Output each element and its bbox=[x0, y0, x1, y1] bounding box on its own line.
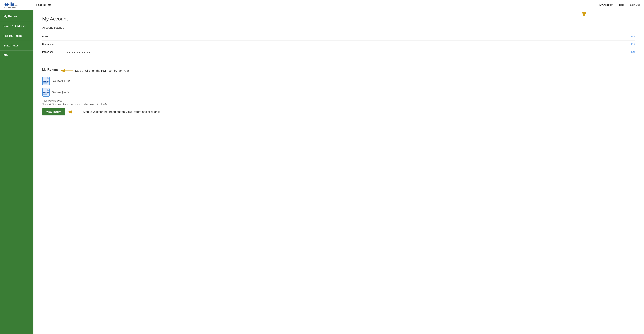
pdf-icon-1[interactable]: PDF bbox=[42, 77, 50, 85]
email-edit-link[interactable]: Edit bbox=[631, 35, 635, 38]
username-label: Username bbox=[42, 43, 66, 46]
svg-rect-14 bbox=[43, 93, 48, 94]
password-row: Password ●●●●●●●●●●●●●●●● Edit bbox=[42, 48, 635, 56]
sidebar-item-my-return[interactable]: My Return bbox=[0, 12, 34, 21]
main-content: My Account Account Settings Email · · · … bbox=[34, 10, 644, 334]
step1-label: Step 1: Click on the PDF Icon by Tax Yea… bbox=[75, 69, 129, 72]
sidebar-item-federal-taxes[interactable]: Federal Taxes bbox=[0, 31, 34, 41]
arrow-to-button bbox=[68, 109, 80, 115]
nav-links: Federal Tax My Account Help Sign Out bbox=[36, 3, 640, 6]
nav-sign-out[interactable]: Sign Out bbox=[630, 3, 640, 6]
working-copy-desc: This is a PDF version of your return bas… bbox=[42, 103, 635, 105]
password-edit-link[interactable]: Edit bbox=[631, 51, 635, 53]
down-arrow-icon bbox=[581, 7, 587, 16]
logo-efile-text: eFile bbox=[4, 1, 14, 7]
logo-area: eFile.com It's Less Taxing bbox=[4, 1, 36, 8]
email-value: · · · · · · · · · · · bbox=[66, 35, 631, 38]
svg-text:PDF: PDF bbox=[45, 81, 47, 82]
page-title: My Account bbox=[42, 16, 635, 22]
view-return-button[interactable]: View Return bbox=[42, 108, 66, 115]
svg-rect-9 bbox=[43, 83, 47, 83]
returns-title: My Returns bbox=[42, 68, 58, 71]
main-layout: My Return Name & Address Federal Taxes S… bbox=[0, 10, 644, 334]
username-row: Username Edit bbox=[42, 40, 635, 48]
nav-my-account[interactable]: My Account bbox=[599, 3, 613, 6]
account-settings-title: Account Settings bbox=[42, 26, 635, 29]
tax-row-2-text: Tax Year | e-filed bbox=[52, 91, 70, 94]
logo-tagline: It's Less Taxing bbox=[4, 6, 18, 8]
password-value: ●●●●●●●●●●●●●●●● bbox=[66, 51, 631, 53]
svg-text:PDF: PDF bbox=[45, 92, 47, 93]
logo: eFile.com It's Less Taxing bbox=[4, 1, 18, 8]
arrow-annotation-myaccount bbox=[581, 7, 587, 16]
returns-header-row: My Returns Step 1: Click on the PDF Icon… bbox=[42, 68, 635, 74]
sidebar-item-name-address[interactable]: Name & Address bbox=[0, 21, 34, 31]
nav-federal-tax[interactable]: Federal Tax bbox=[36, 3, 51, 6]
view-return-row: View Return Step 2: Wait for the green b… bbox=[42, 108, 635, 115]
logo-com-text: .com bbox=[14, 4, 18, 6]
section-divider bbox=[42, 62, 635, 62]
sidebar-item-state-taxes[interactable]: State Taxes bbox=[0, 41, 34, 50]
password-label: Password bbox=[42, 50, 66, 53]
tax-row-1-text: Tax Year | e-filed bbox=[52, 80, 70, 82]
nav-right: My Account Help Sign Out bbox=[599, 3, 640, 6]
working-copy-label: Your working copy bbox=[42, 99, 635, 102]
arrow-to-pdf-icon bbox=[61, 68, 73, 74]
svg-rect-8 bbox=[43, 82, 48, 83]
username-edit-link[interactable]: Edit bbox=[631, 43, 635, 46]
sidebar-item-file[interactable]: File bbox=[0, 50, 34, 60]
step2-label: Step 2: Wait for the green button View R… bbox=[83, 110, 160, 114]
top-navigation: eFile.com It's Less Taxing Federal Tax M… bbox=[0, 0, 644, 10]
nav-help[interactable]: Help bbox=[619, 3, 624, 6]
email-row: Email · · · · · · · · · · · Edit bbox=[42, 33, 635, 40]
tax-return-row-1: PDF Tax Year | e-filed bbox=[42, 77, 635, 85]
pdf-icon-2[interactable]: PDF bbox=[42, 88, 50, 97]
email-label: Email bbox=[42, 35, 66, 38]
tax-return-row-2: PDF Tax Year | e-filed bbox=[42, 88, 635, 97]
sidebar: My Return Name & Address Federal Taxes S… bbox=[0, 10, 34, 334]
svg-rect-15 bbox=[43, 94, 47, 95]
